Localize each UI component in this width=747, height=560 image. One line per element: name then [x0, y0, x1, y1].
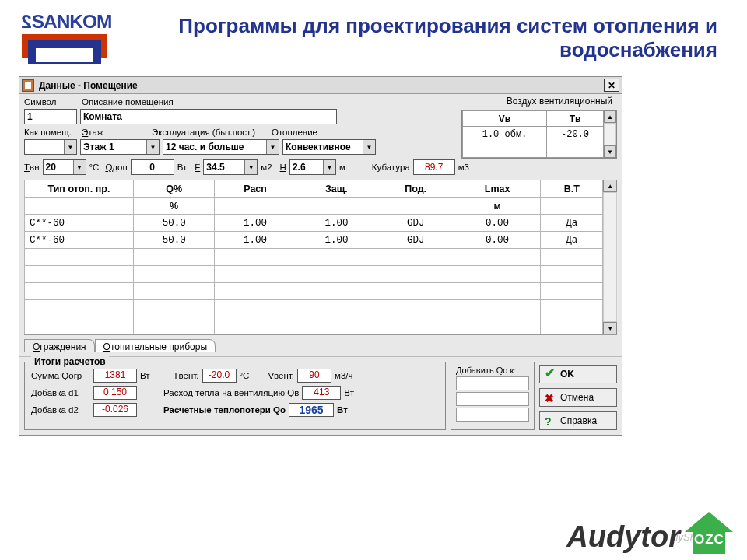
col-header: Под.	[377, 180, 454, 198]
col-unit	[296, 198, 377, 215]
logo-text: SANKOM	[32, 11, 112, 32]
label-d1: Добавка d1	[31, 388, 90, 397]
label-d2: Добавка d2	[31, 405, 90, 415]
vent-header-tv: Tв	[547, 111, 604, 127]
chevron-down-icon[interactable]: ▼	[73, 160, 86, 174]
add-qo-group: Добавить Qо к:	[451, 362, 535, 430]
chevron-down-icon[interactable]: ▼	[244, 160, 257, 174]
col-unit: м	[454, 198, 541, 215]
description-field[interactable]	[80, 109, 337, 124]
add-qo-row[interactable]	[456, 408, 529, 422]
table-row[interactable]	[25, 300, 603, 317]
vent-scroll-up[interactable]: ▲	[604, 110, 616, 123]
h-combo[interactable]: 2.6▼	[289, 159, 336, 175]
unit-m3: м3	[458, 163, 469, 172]
table-row[interactable]	[25, 283, 603, 300]
heaters-table[interactable]: Тип отоп. пр.Q%РаспЗащ.Под.LmaxВ.Т%мC**-…	[24, 180, 603, 334]
qo-value: 1965	[289, 403, 334, 417]
label-tvent: Tвент.	[174, 371, 199, 380]
table-row[interactable]: C**-6050.01.001.00GDJ0.00Да	[25, 215, 603, 232]
label-ekspl: Эксплуатация (быт.пост.)	[152, 128, 268, 137]
label-heating: Отопление	[272, 128, 317, 137]
table-scroll-down[interactable]: ▼	[603, 322, 617, 334]
tvn-combo[interactable]: 20▼	[43, 159, 86, 175]
ok-button[interactable]: ✔ OK	[539, 365, 617, 383]
tab-radiators[interactable]: Отопительные приборы	[95, 339, 216, 352]
product-brand: Audytor OZC	[566, 512, 733, 554]
vent-header-vv: Vв	[463, 111, 547, 127]
results-title: Итоги расчетов	[31, 356, 109, 367]
sum-qogr-value: 1381	[93, 369, 137, 383]
label-kubatura: Кубатура	[372, 163, 410, 172]
heating-combo[interactable]: Конвективное▼	[282, 139, 376, 155]
col-unit	[25, 198, 134, 215]
col-header: Тип отоп. пр.	[25, 180, 134, 198]
slogan: Программы для проектирования систем отоп…	[139, 11, 731, 62]
results-group: Итоги расчетов Сумма Qогр 1381 Вт Tвент.…	[24, 362, 446, 430]
add-qo-row[interactable]	[456, 376, 529, 390]
vent-value-tv[interactable]: -20.0	[547, 127, 604, 142]
product-name: Audytor	[566, 520, 680, 554]
col-unit: %	[134, 198, 215, 215]
label-sum-qogr: Сумма Qогр	[31, 371, 90, 380]
label-symbol: Символ	[24, 97, 79, 107]
window-title: Данные - Помещение	[39, 80, 138, 91]
kubatura-field: 89.7	[413, 159, 455, 175]
label-floor-rest: таж	[88, 128, 103, 137]
vvent-value: 90	[297, 369, 331, 383]
col-header: Расп	[215, 180, 296, 198]
tab-enclosures[interactable]: Ограждения	[24, 339, 95, 352]
table-scroll-up[interactable]: ▲	[603, 180, 617, 192]
label-qv: Расход тепла на вентиляцию Qв	[163, 388, 299, 397]
chevron-down-icon[interactable]: ▼	[146, 140, 159, 154]
unit-m2: м2	[261, 163, 272, 172]
vent-scroll-track[interactable]	[604, 123, 616, 145]
f-combo[interactable]: 34.5▼	[203, 159, 258, 175]
label-add-qo: Добавить Qо к:	[456, 366, 529, 375]
col-unit	[377, 198, 454, 215]
help-button[interactable]: ? Справка	[539, 411, 617, 430]
table-row[interactable]: C**-6050.01.001.00GDJ0.00Да	[25, 232, 603, 249]
col-header: Lmax	[454, 180, 541, 198]
label-qo: Расчетные теплопотери Qo	[163, 405, 286, 415]
col-header: Q%	[134, 180, 215, 198]
table-scroll-track[interactable]	[603, 192, 617, 322]
chevron-down-icon[interactable]: ▼	[363, 140, 375, 154]
col-header: В.Т	[541, 180, 603, 198]
add-qo-row[interactable]	[456, 392, 529, 406]
check-icon: ✔	[545, 369, 556, 380]
col-unit	[215, 198, 296, 215]
label-description: Описание помещения	[82, 97, 174, 107]
label-vvent: Vвент.	[268, 371, 294, 380]
unit-m: м	[339, 163, 345, 172]
qdop-field[interactable]	[131, 159, 174, 175]
label-kak: Как помещ.	[24, 128, 79, 137]
close-button[interactable]: ✕	[604, 79, 619, 92]
symbol-field[interactable]	[24, 109, 77, 124]
cancel-button[interactable]: ✖ Отмена	[539, 388, 617, 407]
vent-scroll-down[interactable]: ▼	[604, 145, 616, 158]
floor-combo[interactable]: Этаж 1▼	[80, 139, 160, 155]
vent-title: Воздух вентиляционный	[461, 96, 617, 107]
table-row[interactable]	[25, 249, 603, 266]
col-unit	[541, 198, 603, 215]
chevron-down-icon[interactable]: ▼	[323, 160, 335, 174]
ekspl-combo[interactable]: 12 час. и больше▼	[163, 139, 279, 155]
table-row[interactable]	[25, 317, 603, 334]
kak-combo[interactable]: ▼	[24, 139, 77, 155]
vent-value-vv[interactable]: 1.0 обм.	[463, 127, 547, 142]
tvent-value: -20.0	[202, 369, 237, 383]
sankom-logo: 2SANKOM	[22, 11, 139, 64]
d2-value: -0.026	[93, 403, 137, 417]
table-row[interactable]	[25, 266, 603, 283]
unit-vt: Вт	[177, 163, 188, 172]
question-icon: ?	[545, 415, 556, 426]
chevron-down-icon[interactable]: ▼	[266, 140, 279, 154]
ventilation-group: Воздух вентиляционный Vв Tв 1.0 обм. -20…	[461, 96, 617, 159]
unit-c: °C	[89, 163, 100, 172]
house-icon: OZC	[685, 512, 733, 554]
room-data-window: Данные - Помещение ✕ Воздух вентиляционн…	[19, 76, 622, 436]
col-header: Защ.	[296, 180, 377, 198]
close-icon: ✖	[545, 392, 556, 403]
chevron-down-icon[interactable]: ▼	[64, 140, 76, 154]
